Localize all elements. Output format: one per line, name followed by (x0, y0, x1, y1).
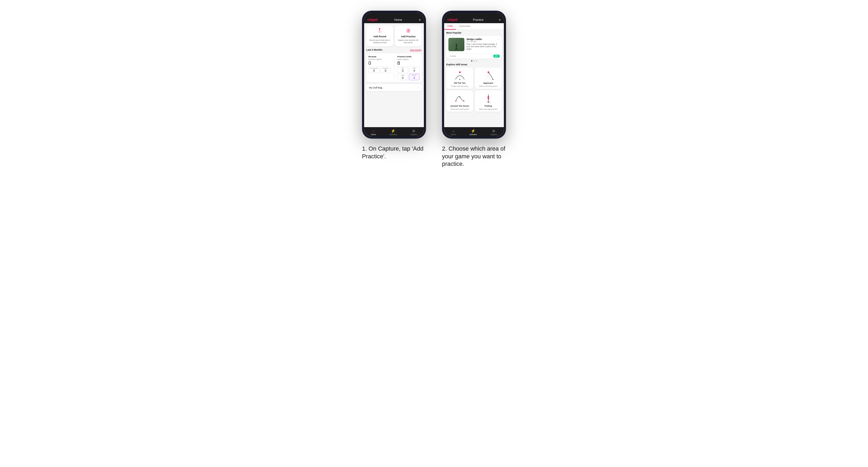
screen-content-1: Add Round Record your shots fast or enha… (364, 23, 424, 127)
practice-drills-col: Practice Drills Drills Capture 8 OTT 0 (398, 56, 420, 80)
tabs-row: Drills Favourites (444, 23, 504, 30)
golf-bag-label: My Golf Bag (369, 86, 382, 89)
app-logo-1: clippd (367, 18, 377, 22)
add-round-card[interactable]: Add Round Record your shots fast or enha… (366, 25, 393, 46)
app-value: 4 (410, 69, 418, 72)
featured-footer: ○ 9 shots APP (446, 53, 502, 59)
dot-1 (471, 60, 472, 62)
skill-putting[interactable]: Putting Make and lag practice (475, 90, 502, 112)
activities-icon-1: ⚡ (391, 129, 395, 133)
putting-title: Putting (485, 105, 492, 107)
home-label-2: Home (451, 133, 456, 135)
app-header-2: clippd Practice ≡ (444, 16, 504, 23)
add-practice-icon (406, 28, 411, 34)
tab-drills[interactable]: Drills (444, 23, 456, 30)
hamburger-icon-2[interactable]: ≡ (499, 18, 501, 21)
activity-title: Last 3 Months (366, 49, 382, 51)
bottom-nav-2: ⌂ Home ⚡ Activities ⊕ Capture (444, 127, 504, 136)
off-the-tee-subtitle: Power and accuracy (451, 85, 468, 87)
app-header-title-1: Home (394, 18, 402, 21)
skill-off-the-tee[interactable]: Off The Tee Power and accuracy (446, 67, 473, 89)
add-round-icon (377, 28, 382, 34)
activities-icon-2: ⚡ (471, 129, 475, 133)
stats-row: Rounds Rounds Capture 0 Tournament 0 (368, 56, 420, 80)
nav-activities-2[interactable]: ⚡ Activities (469, 129, 477, 135)
golf-bag-row[interactable]: My Golf Bag › (366, 84, 422, 91)
featured-desc: Play 1 shot at each target yardage. If y… (467, 43, 500, 50)
view-activity-link[interactable]: View Activity (410, 49, 422, 51)
drills-sub-grid: OTT 0 APP 4 ARG 0 (398, 67, 420, 80)
tab-favourites[interactable]: Favourites (456, 23, 473, 30)
clock-icon: ○ (448, 55, 450, 57)
svg-point-12 (459, 71, 461, 73)
skill-approach[interactable]: Approach Dial-in to hit the green (475, 67, 502, 89)
activity-header: Last 3 Months View Activity (366, 48, 422, 52)
add-practice-card[interactable]: Add Practice Capture your practice off-t… (395, 25, 422, 46)
rounds-sub-grid: Tournament 0 Practice 0 (368, 67, 391, 73)
app-header-1: clippd Home ≡ (364, 16, 424, 23)
practice-box: Practice 0 (380, 67, 391, 73)
svg-line-10 (455, 48, 456, 50)
app-header-title-2: Practice (473, 18, 484, 21)
featured-shots: ○ 9 shots (448, 55, 456, 57)
golf-bag-chevron-icon: › (418, 86, 419, 89)
phone1-section: clippd Home ≡ (362, 11, 426, 160)
dot-3 (476, 60, 477, 62)
dots-row (446, 60, 502, 62)
featured-yards: 50–100 yds (467, 40, 500, 42)
rounds-col: Rounds Rounds Capture 0 Tournament 0 (368, 56, 391, 80)
add-practice-title: Add Practice (401, 35, 415, 38)
capture-label-2: Capture (491, 133, 497, 135)
home-icon-2: ⌂ (453, 129, 455, 133)
capture-icon-1: ⊕ (412, 129, 415, 133)
phone2-section: clippd Practice ≡ Drills Favourites Most… (442, 11, 506, 168)
bottom-nav-1: ⌂ Home ⚡ Activities ⊕ Capture (364, 127, 424, 136)
explore-title: Explore skill areas (446, 63, 502, 66)
phone2-frame: clippd Practice ≡ Drills Favourites Most… (442, 11, 506, 138)
putting-icon-area (482, 93, 495, 104)
action-cards: Add Round Record your shots fast or enha… (366, 25, 422, 46)
phone1-frame: clippd Home ≡ (362, 11, 426, 138)
activities-label-2: Activities (469, 133, 477, 135)
svg-point-18 (459, 96, 460, 98)
nav-capture-1[interactable]: ⊕ Capture (410, 129, 417, 135)
practice-drills-title: Practice Drills (398, 56, 420, 58)
rounds-capture-label: Rounds Capture (368, 58, 391, 60)
tournament-box: Tournament 0 (368, 67, 380, 73)
svg-point-4 (408, 30, 409, 31)
featured-card[interactable]: Wedge Ladder ☆ 50–100 yds Play 1 shot at… (446, 36, 502, 59)
drills-total: 8 (398, 61, 420, 66)
status-bar-1 (364, 13, 424, 16)
featured-image (448, 38, 464, 51)
featured-title: Wedge Ladder (467, 38, 482, 40)
nav-home-1[interactable]: ⌂ Home (371, 129, 376, 135)
svg-point-2 (378, 31, 382, 33)
practice-value: 0 (382, 69, 390, 72)
nav-home-2[interactable]: ⌂ Home (451, 129, 456, 135)
putt-box: PUTT 4 (409, 74, 420, 80)
capture-label-1: Capture (410, 133, 417, 135)
phone2-screen: clippd Practice ≡ Drills Favourites Most… (444, 13, 504, 136)
add-round-subtitle: Record your shots fast or enhanced mode (368, 39, 392, 44)
ott-value: 0 (399, 69, 407, 72)
stats-divider (394, 56, 394, 80)
around-green-title: Around The Green (450, 105, 469, 107)
nav-capture-2[interactable]: ⊕ Capture (491, 129, 497, 135)
hamburger-icon-1[interactable]: ≡ (419, 18, 421, 21)
nav-activities-1[interactable]: ⚡ Activities (390, 129, 397, 135)
phone1-screen: clippd Home ≡ (364, 13, 424, 136)
skill-around-green[interactable]: Around The Green Hone your short game (446, 90, 473, 112)
tournament-value: 0 (370, 69, 378, 72)
off-the-tee-icon-area (453, 70, 467, 81)
practice-content: Most Popular (444, 30, 504, 127)
featured-badge: APP (493, 55, 500, 58)
featured-info: Wedge Ladder ☆ 50–100 yds Play 1 shot at… (467, 38, 500, 51)
approach-icon-area (482, 70, 495, 81)
svg-point-13 (459, 79, 460, 80)
featured-title-row: Wedge Ladder ☆ (467, 38, 500, 40)
featured-card-content: Wedge Ladder ☆ 50–100 yds Play 1 shot at… (446, 36, 502, 53)
around-green-icon-area (453, 93, 467, 104)
dot-2 (473, 60, 475, 62)
ott-box: OTT 0 (398, 67, 408, 73)
featured-star-icon: ☆ (497, 38, 500, 40)
